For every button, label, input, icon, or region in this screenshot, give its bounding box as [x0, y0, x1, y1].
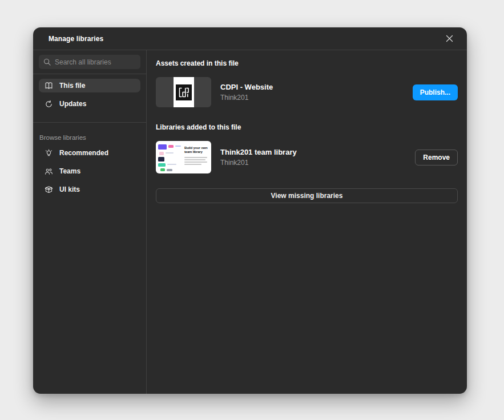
package-icon [44, 185, 53, 194]
thumb-decor-block [159, 152, 164, 155]
sidebar-item-updates[interactable]: Updates [39, 97, 140, 111]
sidebar-item-recommended[interactable]: Recommended [39, 146, 140, 160]
section-header-assets: Assets created in this file [156, 59, 458, 67]
people-icon [44, 167, 53, 176]
library-meta: CDPI - Website Think201 [220, 83, 273, 102]
sidebar-divider [33, 122, 146, 123]
close-icon [446, 35, 453, 42]
sidebar-item-label: UI kits [59, 185, 80, 193]
publish-button[interactable]: Publish... [413, 84, 458, 100]
search-field-text[interactable] [55, 58, 136, 66]
thumb-decor-block [168, 145, 174, 148]
library-team: Think201 [220, 94, 273, 102]
sidebar-item-label: Recommended [59, 149, 108, 157]
search-icon [43, 58, 51, 66]
sidebar-divider [33, 74, 146, 74]
thumb-text-line [184, 159, 205, 160]
thumb-text-line [184, 157, 207, 158]
library-title: Think201 team library [220, 148, 297, 156]
library-meta: Think201 team library Think201 [220, 148, 297, 167]
search-input[interactable] [39, 55, 140, 69]
thumb-text-line [184, 164, 201, 165]
sidebar-item-ui-kits[interactable]: UI kits [39, 183, 140, 196]
thumb-decor-block [167, 164, 176, 165]
libraries-panel: Assets created in this file [147, 50, 467, 394]
sidebar-item-label: Updates [59, 100, 86, 108]
remove-button[interactable]: Remove [415, 150, 458, 165]
dialog-title: Manage libraries [49, 35, 103, 43]
dialog-header: Manage libraries [33, 27, 467, 50]
thumb-text-line [184, 161, 207, 163]
thumb-decor-block [160, 168, 165, 171]
sidebar-item-label: This file [59, 82, 85, 90]
sidebar-item-label: Teams [59, 167, 80, 175]
book-icon [44, 81, 53, 90]
manage-libraries-dialog: Manage libraries [33, 27, 467, 394]
cdpi-logo [174, 77, 194, 107]
section-header-added: Libraries added to this file [156, 123, 458, 131]
close-button[interactable] [443, 33, 455, 45]
library-row-cdpi: CDPI - Website Think201 Publish... [156, 77, 458, 107]
sidebar-item-teams[interactable]: Teams [39, 164, 140, 178]
thumb-decor-block [158, 163, 166, 167]
thumb-decor-block [158, 144, 167, 150]
sidebar: This file Updates Browse libraries [33, 50, 147, 394]
browse-libraries-header: Browse libraries [39, 134, 140, 141]
library-row-team-library: Build your own team library Think201 tea… [156, 141, 458, 173]
dialog-body: This file Updates Browse libraries [33, 50, 467, 394]
library-team: Think201 [220, 159, 297, 167]
view-missing-libraries-button[interactable]: View missing libraries [156, 188, 458, 203]
refresh-icon [44, 99, 53, 108]
desktop-background: { "window": { "title": "Manage libraries… [0, 0, 504, 420]
library-title: CDPI - Website [220, 83, 273, 91]
thumb-decor-block [158, 157, 164, 161]
thumb-heading-text: Build your own team library [184, 146, 209, 154]
sidebar-item-this-file[interactable]: This file [39, 79, 140, 92]
thumb-decor-block [175, 146, 181, 147]
thumb-decor-block [167, 169, 172, 171]
thumb-decor-block [166, 152, 174, 154]
library-thumbnail-team: Build your own team library [156, 141, 211, 173]
library-thumbnail-cdpi [156, 77, 211, 107]
lightbulb-icon [44, 148, 53, 158]
